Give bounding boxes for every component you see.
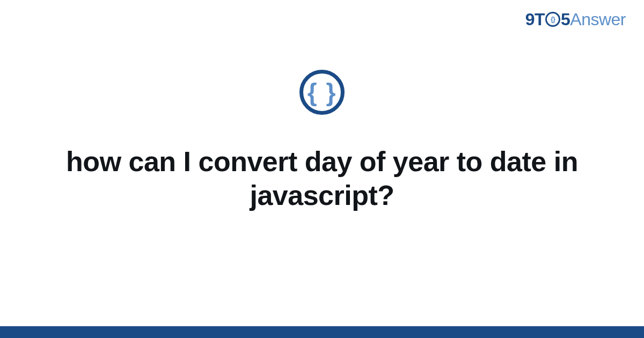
page-title: how can I convert day of year to date in…	[59, 145, 585, 213]
brand-text-5: 5	[561, 10, 570, 30]
brand-text-9t: 9T	[525, 10, 545, 30]
bottom-accent-bar	[0, 326, 644, 338]
code-braces-circle-icon: { }	[299, 70, 345, 115]
brand-o-ring-icon: {}	[545, 12, 560, 27]
brand-o-inner-braces: {}	[551, 16, 555, 23]
brand-logo: 9T {} 5 Answer	[525, 10, 626, 30]
brand-text-answer: Answer	[570, 10, 626, 30]
code-braces-icon: { }	[308, 80, 337, 105]
main-content: { } how can I convert day of year to dat…	[0, 70, 644, 213]
brand-o-icon: {}	[545, 12, 560, 27]
